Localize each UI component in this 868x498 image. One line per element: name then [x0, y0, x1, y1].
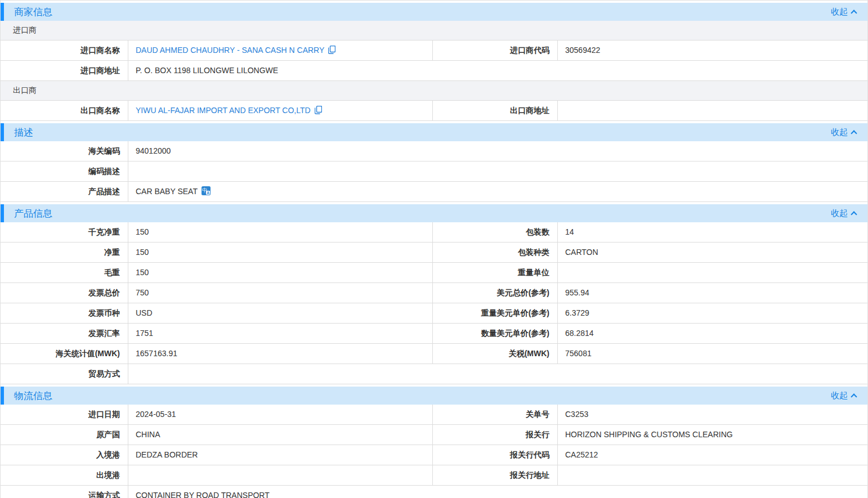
- row-import-date-entry-no: 进口日期 2024-05-31 关单号 C3253: [1, 405, 867, 425]
- broker-address-label: 报关行地址: [433, 465, 558, 485]
- importer-code-label: 进口商代码: [433, 41, 558, 60]
- broker-code-label: 报关行代码: [433, 445, 558, 465]
- customs-broker-value: HORIZON SHIPPING & CUSTOMS CLEARING: [558, 425, 867, 445]
- section-title-product: 产品信息: [14, 207, 52, 220]
- collapse-button-merchant[interactable]: 收起: [831, 7, 856, 17]
- section-accent-bar: [1, 3, 4, 21]
- row-gross-weight-weight-unit: 毛重 150 重量单位: [1, 263, 867, 283]
- broker-code-value: CA25212: [558, 445, 867, 465]
- product-description-label: 产品描述: [1, 182, 128, 201]
- section-header-description: 描述 收起: [1, 123, 867, 141]
- section-title-description: 描述: [14, 126, 33, 139]
- section-header-product: 产品信息 收起: [1, 204, 867, 222]
- gross-weight-label: 毛重: [1, 263, 128, 282]
- subsection-exporter: 出口商: [1, 81, 867, 101]
- invoice-exchange-rate-value: 1751: [128, 324, 433, 343]
- customs-value-mwk-label: 海关统计值(MWK): [1, 344, 128, 364]
- transport-mode-label: 运输方式: [1, 486, 128, 498]
- invoice-currency-value: USD: [128, 303, 433, 323]
- usd-unit-price-qty-label: 数量美元单价(参考): [433, 324, 558, 343]
- exporter-address-label: 出口商地址: [433, 101, 558, 120]
- broker-address-value: [558, 465, 867, 485]
- collapse-label: 收起: [831, 7, 848, 17]
- usd-total-value: 955.94: [558, 283, 867, 303]
- subsection-importer-label: 进口商: [13, 25, 867, 35]
- hs-code-label: 海关编码: [1, 141, 128, 161]
- origin-country-label: 原产国: [1, 425, 128, 445]
- translate-icon[interactable]: 中A: [202, 186, 211, 195]
- duty-mwk-value: 756081: [558, 344, 867, 364]
- exporter-address-value: [558, 101, 867, 120]
- row-importer-address: 进口商地址 P. O. BOX 1198 LILONGWE LILONGWE: [1, 61, 867, 81]
- subsection-importer: 进口商: [1, 21, 867, 41]
- importer-code-value: 30569422: [558, 41, 867, 60]
- package-type-value: CARTON: [558, 243, 867, 262]
- product-description-value: CAR BABY SEAT中A: [128, 182, 867, 201]
- row-invoice-currency-usd-unit-weight: 发票币种 USD 重量美元单价(参考) 6.3729: [1, 303, 867, 324]
- copy-icon[interactable]: [315, 106, 322, 114]
- row-exporter-name-address: 出口商名称 YIWU AL-FAJAR IMPORT AND EXPORT CO…: [1, 101, 867, 121]
- exit-port-label: 出境港: [1, 465, 128, 485]
- row-net-weight-kg-packages: 千克净重 150 包装数 14: [1, 222, 867, 243]
- row-hs-code: 海关编码 94012000: [1, 141, 867, 161]
- collapse-button-product[interactable]: 收起: [831, 208, 856, 219]
- customs-entry-no-value: C3253: [558, 405, 867, 424]
- package-count-label: 包装数: [433, 222, 558, 242]
- section-accent-bar: [1, 204, 4, 222]
- section-header-merchant: 商家信息 收起: [1, 3, 867, 21]
- chevron-up-icon: [851, 130, 857, 136]
- entry-port-label: 入境港: [1, 445, 128, 465]
- net-weight-kg-label: 千克净重: [1, 222, 128, 242]
- row-importer-name-code: 进口商名称 DAUD AHMED CHAUDHRY - SANA CASH N …: [1, 41, 867, 61]
- usd-unit-price-weight-value: 6.3729: [558, 303, 867, 323]
- collapse-label: 收起: [831, 208, 848, 219]
- collapse-button-description[interactable]: 收起: [831, 127, 856, 138]
- entry-port-value: DEDZA BORDER: [128, 445, 433, 465]
- collapse-label: 收起: [831, 127, 848, 138]
- copy-icon[interactable]: [328, 46, 335, 54]
- invoice-total-label: 发票总价: [1, 283, 128, 303]
- row-customs-value-duty: 海关统计值(MWK) 1657163.91 关税(MWK) 756081: [1, 344, 867, 364]
- importer-address-value: P. O. BOX 1198 LILONGWE LILONGWE: [128, 61, 867, 80]
- row-invoice-total-usd-total: 发票总价 750 美元总价(参考) 955.94: [1, 283, 867, 303]
- package-type-label: 包装种类: [433, 243, 558, 262]
- importer-address-label: 进口商地址: [1, 61, 128, 80]
- gross-weight-value: 150: [128, 263, 433, 282]
- customs-broker-label: 报关行: [433, 425, 558, 445]
- collapse-label: 收起: [831, 391, 848, 401]
- importer-name-label: 进口商名称: [1, 41, 128, 60]
- package-count-value: 14: [558, 222, 867, 242]
- hs-code-value: 94012000: [128, 141, 867, 161]
- usd-unit-price-qty-value: 68.2814: [558, 324, 867, 343]
- importer-name-link[interactable]: DAUD AHMED CHAUDHRY - SANA CASH N CARRY: [136, 46, 324, 55]
- net-weight-value: 150: [128, 243, 433, 262]
- code-description-label: 编码描述: [1, 161, 128, 181]
- row-origin-country-broker: 原产国 CHINA 报关行 HORIZON SHIPPING & CUSTOMS…: [1, 425, 867, 445]
- row-transport-mode: 运输方式 CONTAINER BY ROAD TRANSPORT: [1, 486, 867, 498]
- row-net-weight-package-type: 净重 150 包装种类 CARTON: [1, 243, 867, 263]
- row-code-description: 编码描述: [1, 161, 867, 182]
- exporter-name-link[interactable]: YIWU AL-FAJAR IMPORT AND EXPORT CO,LTD: [136, 106, 311, 115]
- usd-unit-price-weight-label: 重量美元单价(参考): [433, 303, 558, 323]
- invoice-currency-label: 发票币种: [1, 303, 128, 323]
- row-exit-port-broker-address: 出境港 报关行地址: [1, 465, 867, 486]
- section-accent-bar: [1, 387, 4, 405]
- section-title-logistics: 物流信息: [14, 389, 52, 402]
- net-weight-kg-value: 150: [128, 222, 433, 242]
- customs-entry-no-label: 关单号: [433, 405, 558, 424]
- import-date-label: 进口日期: [1, 405, 128, 424]
- exporter-name-label: 出口商名称: [1, 101, 128, 120]
- invoice-total-value: 750: [128, 283, 433, 303]
- product-description-text: CAR BABY SEAT: [136, 187, 198, 196]
- import-date-value: 2024-05-31: [128, 405, 433, 424]
- section-logistics: 物流信息 收起 进口日期 2024-05-31 关单号 C3253 原产国 CH…: [1, 387, 867, 498]
- collapse-button-logistics[interactable]: 收起: [831, 391, 856, 401]
- section-header-logistics: 物流信息 收起: [1, 387, 867, 405]
- subsection-exporter-label: 出口商: [13, 86, 867, 96]
- transport-mode-value: CONTAINER BY ROAD TRANSPORT: [128, 486, 867, 498]
- usd-total-label: 美元总价(参考): [433, 283, 558, 303]
- exporter-name-value: YIWU AL-FAJAR IMPORT AND EXPORT CO,LTD: [128, 101, 433, 120]
- origin-country-value: CHINA: [128, 425, 433, 445]
- weight-unit-value: [558, 263, 867, 282]
- exit-port-value: [128, 465, 433, 485]
